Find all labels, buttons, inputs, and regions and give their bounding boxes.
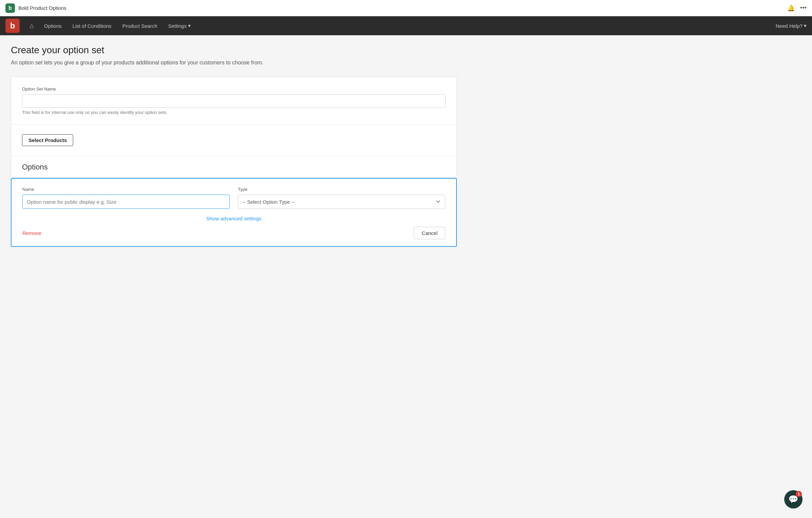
option-name-input[interactable] [22,195,230,209]
top-bar-left: b Bold Product Options [5,3,66,13]
option-set-name-input[interactable] [22,94,446,108]
nav-item-product-search[interactable]: Product Search [117,20,163,32]
option-type-label: Type [238,187,445,192]
nav-bar: b ⌂ Options List of Conditions Product S… [0,16,812,35]
option-type-field: Type -- Select Option Type -- Text Dropd… [238,187,445,209]
chat-bubble[interactable]: 💬 1 [784,490,803,509]
need-help-chevron-icon: ▾ [804,23,807,29]
select-products-section: Select Products [11,125,456,156]
page-subtitle: An option set lets you give a group of y… [11,60,457,66]
more-icon[interactable]: ••• [800,4,807,12]
option-set-name-card: Option Set Name This field is for intern… [11,77,457,177]
option-set-name-hint: This field is for internal use only so y… [22,110,446,115]
need-help-link[interactable]: Need Help? ▾ [776,23,807,29]
nav-left: b ⌂ Options List of Conditions Product S… [5,19,196,33]
nav-home-button[interactable]: ⌂ [25,19,39,33]
select-products-button[interactable]: Select Products [22,134,73,146]
nav-item-options[interactable]: Options [39,20,67,32]
options-heading: Options [11,156,456,177]
top-bar: b Bold Product Options 🔔 ••• [0,0,812,16]
show-advanced-settings-link[interactable]: Show advanced settings [22,216,445,221]
nav-item-settings[interactable]: Settings ▾ [163,20,196,32]
option-name-label: Name [22,187,230,192]
option-name-field: Name [22,187,230,209]
nav-item-list-of-conditions[interactable]: List of Conditions [67,20,117,32]
brand-logo-green: b [5,3,15,13]
option-set-name-label: Option Set Name [22,86,446,92]
page-title: Create your option set [11,45,457,56]
option-row-footer: Remove Cancel [22,227,445,239]
remove-link[interactable]: Remove [22,230,41,236]
page-content: Create your option set An option set let… [0,35,468,259]
chat-badge: 1 [796,491,802,497]
brand-logo-red: b [5,19,20,33]
logo-letter: b [8,5,12,11]
settings-chevron-icon: ▾ [188,23,191,29]
option-set-name-section: Option Set Name This field is for intern… [11,77,456,124]
app-title: Bold Product Options [18,5,66,11]
option-row-fields: Name Type -- Select Option Type -- Text … [22,187,445,209]
cancel-button[interactable]: Cancel [414,227,445,239]
logo-letter-red: b [10,21,15,31]
top-bar-right: 🔔 ••• [787,4,807,12]
option-type-select[interactable]: -- Select Option Type -- Text Dropdown R… [238,195,445,209]
nav-right: Need Help? ▾ [776,23,807,29]
bell-icon[interactable]: 🔔 [787,4,795,12]
option-row-card: Name Type -- Select Option Type -- Text … [11,178,457,247]
